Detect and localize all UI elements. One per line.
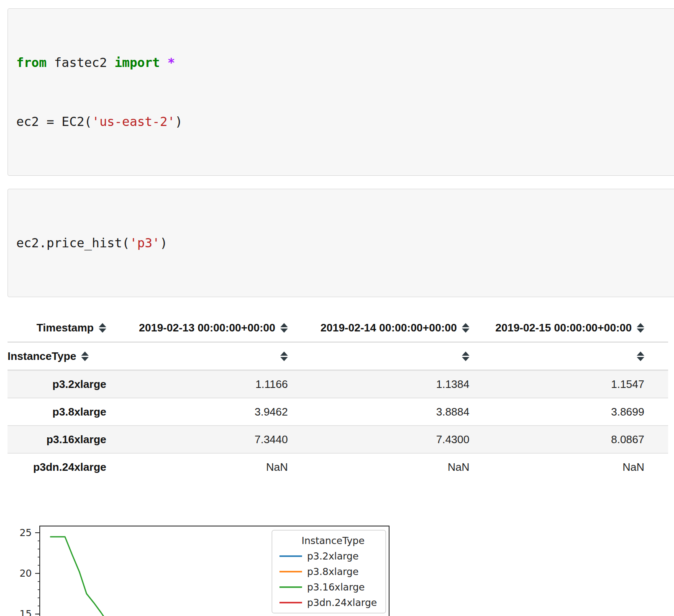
sort-icon[interactable] [637, 352, 644, 361]
table-header-row: Timestamp 2019-02-13 00:00:00+00:00 2019… [8, 314, 668, 342]
y-tick-label: 20 [20, 568, 32, 579]
index-sort-cell [111, 352, 288, 361]
keyword-from: from [16, 55, 46, 70]
row-label: p3.8xlarge [8, 398, 111, 426]
row-label: p3.2xlarge [8, 370, 111, 398]
row-label: p3.16xlarge [8, 426, 111, 453]
cell-value: 3.8884 [293, 398, 474, 426]
sort-icon[interactable] [280, 352, 288, 361]
code-line: ec2 = EC2('us-east-2') [16, 112, 670, 131]
code-text: ) [175, 114, 182, 129]
code-text: ec2.price_hist( [16, 236, 130, 250]
cell-value: NaN [111, 453, 293, 480]
column-header-date-2: 2019-02-14 00:00:00+00:00 [293, 321, 469, 334]
legend-label: p3.2xlarge [307, 551, 359, 562]
code-line: ec2.price_hist('p3') [16, 233, 670, 253]
code-text: ) [160, 236, 167, 250]
code-space [160, 55, 167, 70]
date-header-label: 2019-02-13 00:00:00+00:00 [139, 321, 275, 334]
cell-value: 3.8699 [474, 398, 668, 426]
sort-icon[interactable] [81, 352, 89, 361]
index-sort-cell [293, 352, 469, 361]
sort-icon[interactable] [280, 323, 288, 333]
price-history-figure: 31071421280411Jan2019Feb0510152025Instan… [0, 516, 418, 616]
index-sort-cell [474, 352, 644, 361]
keyword-import: import [115, 55, 160, 70]
star-operator: * [167, 55, 175, 70]
price-table: Timestamp 2019-02-13 00:00:00+00:00 2019… [8, 314, 668, 480]
index-header-row: InstanceType [8, 342, 668, 370]
timestamp-label: Timestamp [36, 321, 94, 334]
legend-label: p3.8xlarge [307, 566, 359, 577]
cell-value: 1.1547 [474, 370, 668, 398]
legend-title: InstanceType [302, 535, 365, 546]
cell-value: NaN [474, 453, 668, 480]
legend-label: p3.16xlarge [307, 582, 365, 593]
table-row: p3.2xlarge 1.1166 1.1384 1.1547 [8, 370, 668, 398]
column-header-timestamp: Timestamp [8, 321, 106, 334]
y-tick-label: 25 [20, 527, 32, 538]
cell-value: 8.0867 [474, 426, 668, 453]
cell-value: 7.4300 [293, 426, 474, 453]
sort-icon[interactable] [637, 323, 644, 333]
figure-output: 31071421280411Jan2019Feb0510152025Instan… [0, 516, 674, 616]
table-row: p3dn.24xlarge NaN NaN NaN [8, 453, 668, 480]
table-row: p3.16xlarge 7.3440 7.4300 8.0867 [8, 426, 668, 453]
string-literal: 'us-east-2' [92, 114, 175, 129]
string-literal: 'p3' [130, 236, 160, 250]
notebook-page: from fastec2 import * ec2 = EC2('us-east… [0, 0, 674, 616]
instancetype-label: InstanceType [8, 350, 76, 363]
chart-legend: InstanceTypep3.2xlargep3.8xlargep3.16xla… [272, 530, 386, 613]
sort-icon[interactable] [99, 323, 106, 333]
cell-value: 1.1384 [293, 370, 474, 398]
column-header-date-1: 2019-02-13 00:00:00+00:00 [111, 321, 288, 334]
date-header-label: 2019-02-14 00:00:00+00:00 [320, 321, 457, 334]
code-line: from fastec2 import * [16, 53, 670, 72]
row-label: p3dn.24xlarge [8, 453, 111, 480]
code-text: ec2 = EC2( [16, 114, 92, 129]
code-cell-import[interactable]: from fastec2 import * ec2 = EC2('us-east… [8, 8, 674, 176]
cell-value: 3.9462 [111, 398, 293, 426]
index-header-instancetype: InstanceType [8, 350, 106, 363]
cell-value: 7.3440 [111, 426, 293, 453]
sort-icon[interactable] [462, 323, 469, 333]
y-tick-label: 15 [20, 608, 32, 616]
column-header-date-3: 2019-02-15 00:00:00+00:00 [474, 321, 644, 334]
cell-value: 1.1166 [111, 370, 293, 398]
module-name: fastec2 [46, 55, 115, 70]
legend-label: p3dn.24xlarge [307, 597, 377, 608]
cell-value: NaN [293, 453, 474, 480]
date-header-label: 2019-02-15 00:00:00+00:00 [495, 321, 632, 334]
code-cell-price-hist[interactable]: ec2.price_hist('p3') [8, 189, 674, 297]
sort-icon[interactable] [462, 352, 469, 361]
table-row: p3.8xlarge 3.9462 3.8884 3.8699 [8, 398, 668, 426]
